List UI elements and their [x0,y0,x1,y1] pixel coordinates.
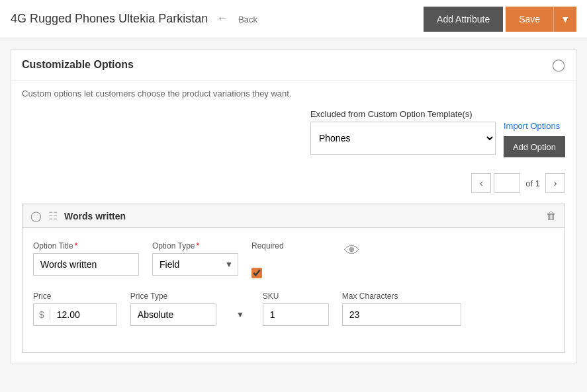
sku-label: SKU [263,292,329,301]
required-group: Required [251,241,304,278]
panel-title: Customizable Options [22,59,134,71]
form-row-2: Price $ Price Type Absolute P [33,292,554,326]
option-type-select-wrap: Field Area File ▼ [152,253,238,276]
option-card: ◯ ☷ Words written 🗑 Option Title* [22,204,565,353]
add-attribute-button[interactable]: Add Attribute [424,7,503,32]
price-prefix-label: $ [34,309,50,320]
option-title-label: Option Title* [33,241,139,251]
option-type-select[interactable]: Field Area File [152,253,238,276]
option-title-input[interactable] [33,253,139,276]
option-card-body: Option Title* Option Type* Field [23,228,564,352]
panel-body: Custom options let customers choose the … [11,81,576,364]
required-checkbox-wrap [251,268,304,278]
page-header: 4G Rugged Phones Ultekia Parkistan ← Bac… [0,0,587,38]
excluded-label: Excluded from Custom Option Template(s) [310,109,496,119]
max-chars-group: Max Characters [342,292,461,326]
price-label: Price [33,292,117,301]
required-label: Required [251,241,304,251]
delete-icon[interactable]: 🗑 [546,210,557,222]
header-buttons: Add Attribute Save ▼ [424,7,576,32]
price-type-label: Price Type [130,292,249,301]
price-type-select[interactable]: Absolute Percent [130,303,216,326]
sku-input[interactable] [263,303,329,326]
excluded-select-wrap: Excluded from Custom Option Template(s) … [310,109,496,155]
pagination: ‹ 1 of 1 › [22,168,565,201]
page-of-label: of 1 [523,178,543,188]
back-link[interactable]: Back [238,15,257,24]
panel-header: Customizable Options ◯ [11,50,576,81]
page-number-input[interactable]: 1 [494,173,520,193]
custom-option-row: Excluded from Custom Option Template(s) … [22,109,565,157]
price-type-select-wrap: Absolute Percent ▼ [130,303,249,326]
price-group: Price $ [33,292,117,326]
customizable-options-panel: Customizable Options ◯ Custom options le… [11,49,576,364]
price-input-wrap: $ [33,303,117,326]
option-card-header: ◯ ☷ Words written 🗑 [23,204,564,228]
option-title-group: Option Title* [33,241,139,278]
option-type-label: Option Type* [152,241,238,251]
panel-description: Custom options let customers choose the … [22,89,565,98]
save-button[interactable]: Save [506,7,553,32]
save-dropdown-button[interactable]: ▼ [553,7,576,32]
price-type-group: Price Type Absolute Percent ▼ [130,292,249,326]
collapse-icon[interactable]: ◯ [552,58,565,72]
title-text: 4G Rugged Phones Ultekia Parkistan [11,12,208,25]
max-chars-label: Max Characters [342,292,461,301]
next-page-button[interactable]: › [545,173,565,193]
max-chars-input[interactable] [342,303,461,326]
page-title: 4G Rugged Phones Ultekia Parkistan ← Bac… [11,12,424,26]
option-toggle-icon[interactable]: ◯ [30,210,42,222]
prev-page-button[interactable]: ‹ [471,173,491,193]
form-row-1: Option Title* Option Type* Field [33,241,554,278]
sku-group: SKU [263,292,329,326]
price-input[interactable] [50,305,116,324]
price-type-arrow-icon: ▼ [236,310,244,319]
add-option-button[interactable]: Add Option [504,136,565,157]
eye-icon[interactable]: 👁 [344,241,360,259]
back-arrow-icon: ← [216,12,228,25]
import-options-link[interactable]: Import Options [504,121,560,131]
drag-handle-icon[interactable]: ☷ [48,210,58,222]
required-checkbox[interactable] [251,268,262,278]
eye-icon-wrap: 👁 [318,241,360,278]
excluded-select[interactable]: Phones [310,122,496,155]
main-content: Customizable Options ◯ Custom options le… [0,38,587,385]
option-card-title: Words written [64,211,539,221]
option-type-group: Option Type* Field Area File ▼ [152,241,238,278]
